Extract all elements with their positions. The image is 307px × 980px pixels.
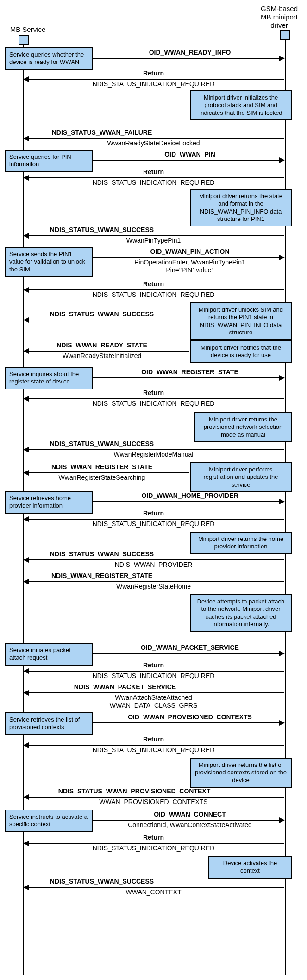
msg-success5: NDIS_STATUS_WWAN_SUCCESS	[28, 878, 176, 885]
msg-return6: Return	[47, 661, 260, 669]
arrow-reg-state3	[24, 581, 284, 582]
note-registration: Miniport driver performs registration an…	[190, 462, 292, 492]
arrow-success1	[24, 235, 284, 236]
msg-oid-register: OID_WWAN_REGISTER_STATE	[83, 368, 296, 376]
arrow-return4	[24, 398, 284, 399]
arrow-success2	[24, 320, 189, 320]
arrow-return3	[24, 289, 284, 290]
msg-return5-sub: NDIS_STATUS_INDICATION_REQUIRED	[47, 520, 260, 528]
arrow-oid-packet	[93, 653, 284, 654]
msg-reg-state2: NDIS_WWAN_REGISTER_STATE	[28, 463, 176, 471]
msg-return4-sub: NDIS_STATUS_INDICATION_REQUIRED	[47, 400, 260, 407]
arrow-oid-connect	[93, 820, 284, 821]
msg-success3-sub: WwanRegisterModeManual	[47, 451, 260, 458]
msg-return8: Return	[47, 834, 260, 841]
arrow-return8	[24, 843, 284, 844]
note-init-sim: Miniport driver initializes the protocol…	[190, 90, 292, 120]
arrow-oid-home	[93, 501, 284, 502]
msg-return4: Return	[47, 389, 260, 396]
arrow-return2	[24, 177, 284, 178]
msg-return7-sub: NDIS_STATUS_INDICATION_REQUIRED	[47, 746, 260, 754]
msg-ready-state-sub: WwanReadyStateInitialized	[28, 352, 176, 359]
msg-oid-packet: OID_WWAN_PACKET_SERVICE	[83, 644, 296, 651]
msg-prov-context: NDIS_STATUS_WWAN_PROVISIONED_CONTEXT	[19, 787, 250, 795]
msg-prov-context-sub: WWAN_PROVISIONED_CONTEXTS	[47, 798, 260, 805]
msg-reg-state2-sub: WwanRegisterStateSearching	[28, 474, 176, 481]
msg-pin-action: OID_WWAN_PIN_ACTION	[83, 248, 296, 255]
arrow-success4	[24, 559, 284, 560]
arrow-packet-svc	[24, 692, 284, 693]
msg-return3: Return	[47, 280, 260, 288]
note-pin-info: Miniport driver returns the state and fo…	[190, 189, 292, 226]
msg-packet-svc-sub2: WWAN_DATA_CLASS_GPRS	[47, 702, 260, 709]
arrow-failure	[24, 138, 284, 139]
msg-packet-svc-sub1: WwanAttachStateAttached	[47, 694, 260, 701]
msg-failure: NDIS_STATUS_WWAN_FAILURE	[28, 129, 176, 136]
msg-oid-connect-sub: ConnectionId, WwanContextStateActivated	[83, 821, 296, 829]
msg-oid-home: OID_WWAN_HOME_PROVIDER	[83, 492, 296, 499]
note-activate: Service instructs to activate a specific…	[5, 810, 93, 832]
note-home-return: Miniport driver returns the home provide…	[190, 532, 292, 554]
msg-return6-sub: NDIS_STATUS_INDICATION_REQUIRED	[47, 672, 260, 679]
arrow-pin-action	[93, 257, 284, 258]
msg-return3-sub: NDIS_STATUS_INDICATION_REQUIRED	[47, 291, 260, 298]
msg-ready-state: NDIS_WWAN_READY_STATE	[28, 341, 176, 349]
lifeline-head-left	[19, 35, 29, 45]
note-register-query: Service inquires about the register stat…	[5, 367, 93, 389]
msg-return7: Return	[47, 735, 260, 743]
msg-success4-sub: NDIS_WWAN_PROVIDER	[47, 561, 260, 568]
arrow-ready-state	[24, 351, 189, 352]
arrow-reg-state2	[24, 472, 189, 473]
msg-return1-sub: NDIS_STATUS_INDICATION_REQUIRED	[47, 80, 260, 88]
arrow-prov-context	[24, 797, 284, 798]
arrow-return6	[24, 671, 284, 672]
lifeline-head-right	[280, 30, 290, 40]
note-device-activate: Device activates the context	[208, 856, 292, 879]
arrow-success5	[24, 887, 284, 888]
note-contexts-return: Miniport driver returns the list of prov…	[190, 758, 292, 788]
msg-reg-state3: NDIS_WWAN_REGISTER_STATE	[28, 572, 176, 579]
note-pin-send: Service sends the PIN1 value for validat…	[5, 247, 93, 277]
arrow-success3	[24, 449, 284, 450]
msg-pin-action-sub2: Pin="PIN1value"	[83, 266, 296, 274]
actor-right-label: GSM-based MB miniport driver	[256, 5, 302, 30]
note-manual-mode: Miniport driver returns the provisioned …	[194, 412, 292, 442]
msg-failure-sub: WwanReadyStateDeviceLocked	[47, 139, 260, 147]
note-ready-use: Miniport driver notifies that the device…	[190, 340, 292, 363]
note-packet-attach: Device attempts to packet attach to the …	[190, 594, 292, 632]
msg-return2-sub: NDIS_STATUS_INDICATION_REQUIRED	[47, 179, 260, 186]
msg-oid-pin: OID_WWAN_PIN	[83, 151, 296, 158]
msg-packet-svc: NDIS_WWAN_PACKET_SERVICE	[28, 683, 222, 691]
lifeline-right	[285, 39, 286, 975]
msg-success3: NDIS_STATUS_WWAN_SUCCESS	[28, 440, 176, 447]
arrow-oid-contexts	[93, 722, 284, 723]
arrow-oid-register	[93, 377, 284, 378]
msg-oid-connect: OID_WWAN_CONNECT	[83, 810, 296, 818]
msg-success2: NDIS_STATUS_WWAN_SUCCESS	[28, 310, 176, 318]
note-contexts: Service retrieves the list of provisione…	[5, 712, 93, 735]
arrow-oid-ready	[93, 58, 284, 59]
msg-success1: NDIS_STATUS_WWAN_SUCCESS	[28, 226, 176, 233]
note-ready-query: Service queries whether the device is re…	[5, 47, 93, 70]
msg-oid-contexts: OID_WWAN_PROVISIONED_CONTEXTS	[83, 713, 296, 721]
arrow-oid-pin	[93, 160, 284, 161]
msg-success1-sub: WwanPinTypePin1	[47, 237, 260, 244]
msg-pin-action-sub1: PinOperationEnter, WwanPinTypePin1	[83, 258, 296, 266]
arrow-return1	[24, 79, 284, 80]
sequence-diagram: MB Service GSM-based MB miniport driver …	[5, 5, 302, 975]
msg-return1: Return	[47, 69, 260, 77]
note-unlock: Miniport driver unlocks SIM and returns …	[190, 302, 292, 340]
msg-oid-ready: OID_WWAN_READY_INFO	[83, 49, 296, 56]
actor-left-label: MB Service	[5, 25, 51, 34]
msg-reg-state3-sub: WwanRegisterStateHome	[47, 583, 260, 590]
msg-return5: Return	[47, 509, 260, 517]
arrow-return7	[24, 745, 284, 746]
msg-return2: Return	[47, 168, 260, 176]
msg-return8-sub: NDIS_STATUS_INDICATION_REQUIRED	[47, 844, 260, 852]
arrow-return5	[24, 519, 284, 520]
msg-success5-sub: WWAN_CONTEXT	[47, 888, 260, 896]
msg-success4: NDIS_STATUS_WWAN_SUCCESS	[28, 550, 176, 558]
